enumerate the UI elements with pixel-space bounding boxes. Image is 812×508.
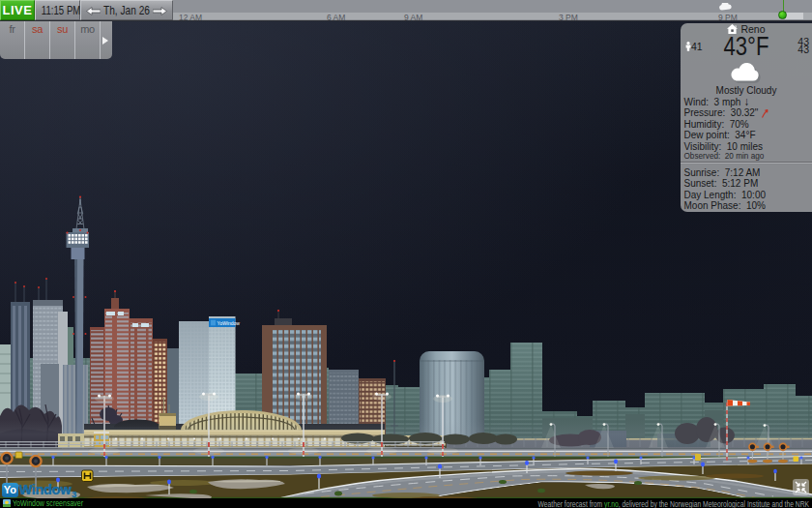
svg-text:YoWindow: YoWindow xyxy=(218,320,241,326)
